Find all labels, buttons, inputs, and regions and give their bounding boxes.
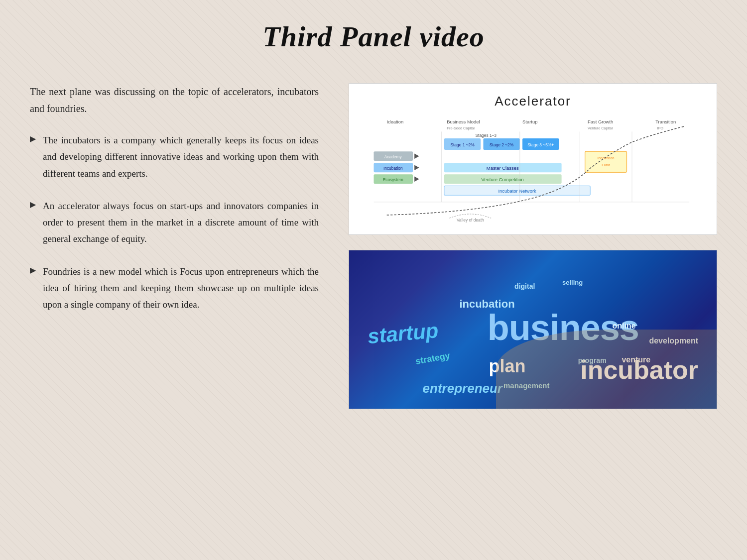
svg-text:Fund: Fund [602, 163, 610, 167]
svg-text:Academy: Academy [384, 154, 402, 159]
left-column: The next plane was discussing on the top… [30, 83, 319, 329]
bullet-text-2: An accelerator always focus on start-ups… [43, 198, 319, 247]
svg-text:IPO: IPO [657, 126, 663, 130]
word-cloud: startup business incubator incubation pl… [349, 250, 717, 409]
content-area: The next plane was discussing on the top… [30, 83, 717, 409]
svg-text:Business Model: Business Model [447, 119, 480, 124]
business-incubator-image: startup business incubator incubation pl… [349, 250, 717, 409]
svg-text:Ecosystem: Ecosystem [383, 177, 403, 182]
bullet-arrow-1: ▶ [30, 134, 36, 143]
bullet-arrow-2: ▶ [30, 200, 36, 209]
svg-text:Venture Competition: Venture Competition [482, 177, 524, 182]
hands-overlay [496, 330, 717, 409]
right-column: Accelerator Ideation Business Model Star… [349, 83, 717, 409]
svg-text:Incubator Network: Incubator Network [498, 188, 536, 194]
svg-text:Master Classes: Master Classes [487, 165, 519, 171]
svg-text:Pre-Seed Capital: Pre-Seed Capital [447, 126, 475, 130]
accelerator-diagram: Ideation Business Model Startup Fast Gro… [357, 116, 709, 225]
wc-startup: startup [367, 319, 439, 348]
svg-text:Valley of death: Valley of death [457, 218, 484, 223]
svg-text:Ideation: Ideation [387, 119, 403, 124]
wc-digital: digital [514, 282, 535, 290]
intro-text: The next plane was discussing on the top… [30, 83, 319, 117]
svg-text:Stage 1 ~2%: Stage 1 ~2% [450, 142, 475, 147]
svg-text:Stage 2 ~2%: Stage 2 ~2% [490, 142, 514, 147]
svg-text:Venture Capital: Venture Capital [588, 126, 613, 130]
list-item: ▶ Foundries is a new model which is Focu… [30, 263, 319, 313]
svg-text:Stages 1–3: Stages 1–3 [476, 133, 497, 138]
wc-incubation: incubation [459, 298, 514, 311]
svg-rect-23 [585, 151, 627, 172]
svg-marker-17 [414, 153, 419, 158]
bullet-list: ▶ The incubators is a company which gene… [30, 132, 319, 313]
bullet-arrow-3: ▶ [30, 265, 36, 275]
svg-marker-20 [414, 165, 419, 170]
svg-marker-28 [414, 177, 419, 182]
svg-text:Stage 3 ~5%+: Stage 3 ~5%+ [527, 142, 554, 147]
svg-text:Fast Growth: Fast Growth [588, 119, 613, 124]
accelerator-section: Accelerator Ideation Business Model Star… [349, 83, 717, 235]
svg-text:Incubation: Incubation [383, 166, 403, 171]
bullet-text-3: Foundries is a new model which is Focus … [43, 263, 319, 313]
wc-selling: selling [562, 279, 583, 286]
page-title: Third Panel video [30, 20, 717, 53]
list-item: ▶ An accelerator always focus on start-u… [30, 198, 319, 247]
svg-text:Transition: Transition [655, 119, 676, 124]
accelerator-title: Accelerator [357, 94, 709, 109]
svg-text:Startup: Startup [522, 119, 537, 124]
wc-entrepreneur: entrepreneur [423, 381, 502, 396]
bullet-text-1: The incubators is a company which genera… [43, 132, 319, 182]
wc-strategy: strategy [415, 350, 451, 367]
list-item: ▶ The incubators is a company which gene… [30, 132, 319, 182]
svg-text:Innovation: Innovation [598, 156, 615, 160]
